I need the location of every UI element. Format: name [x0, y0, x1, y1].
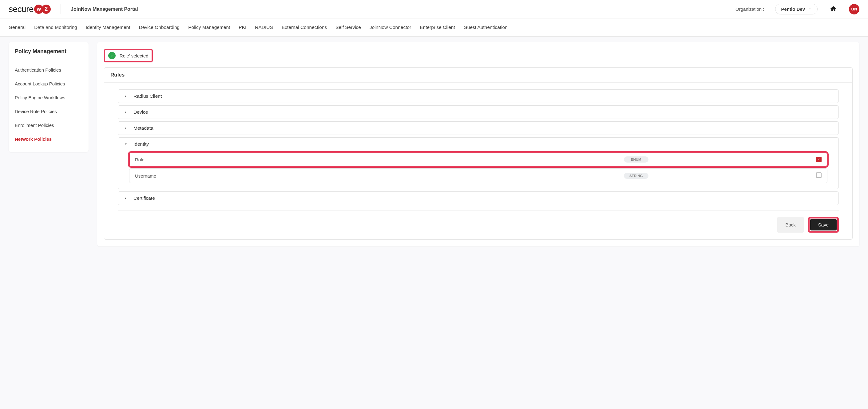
accordion-label: Radius Client: [133, 94, 162, 99]
back-button[interactable]: Back: [777, 217, 803, 233]
logo-text: secure: [9, 4, 33, 14]
chevron-right-icon: [124, 126, 127, 130]
sidebar: Policy Management Authentication Policie…: [9, 42, 89, 152]
checkbox-role[interactable]: [816, 157, 822, 162]
sidebar-item-account-lookup-policies[interactable]: Account Lookup Policies: [15, 77, 83, 91]
alert-highlight-box: 'Role' selected: [104, 49, 153, 62]
accordion-device: Device: [118, 105, 839, 119]
sidebar-item-enrollment-policies[interactable]: Enrollment Policies: [15, 118, 83, 132]
accordion-header-radius-client[interactable]: Radius Client: [118, 90, 838, 103]
success-alert: 'Role' selected: [105, 50, 152, 61]
avatar-initials: UN: [851, 7, 857, 11]
accordion-radius-client: Radius Client: [118, 90, 839, 103]
accordion-label: Metadata: [133, 125, 153, 131]
nav-radius[interactable]: RADIUS: [255, 19, 273, 36]
top-navigation: General Data and Monitoring Identity Man…: [0, 19, 868, 37]
accordion-header-device[interactable]: Device: [118, 106, 838, 118]
chevron-right-icon: [124, 196, 127, 200]
header-divider: [61, 4, 61, 14]
accordion-label: Certificate: [133, 196, 155, 201]
accordion-body-identity: Role ENUM Username STRING: [118, 150, 838, 189]
attribute-label: Role: [135, 157, 469, 162]
nav-identity-management[interactable]: Identity Management: [86, 19, 130, 36]
type-badge: ENUM: [624, 157, 648, 163]
chevron-right-icon: [124, 110, 127, 114]
success-text: 'Role' selected: [119, 53, 149, 58]
type-badge: STRING: [624, 173, 648, 179]
portal-title: JoinNow Management Portal: [71, 6, 138, 12]
sidebar-title: Policy Management: [15, 48, 83, 59]
header-bar: secure w 2 JoinNow Management Portal Org…: [0, 0, 868, 19]
accordion-label: Device: [133, 109, 148, 115]
brand-logo: secure w 2: [9, 4, 51, 14]
nav-external-connections[interactable]: External Connections: [282, 19, 327, 36]
accordion-header-certificate[interactable]: Certificate: [118, 192, 838, 205]
nav-data-monitoring[interactable]: Data and Monitoring: [34, 19, 77, 36]
nav-joinnow-connector[interactable]: JoinNow Connector: [370, 19, 411, 36]
nav-guest-authentication[interactable]: Guest Authentication: [464, 19, 508, 36]
nav-self-service[interactable]: Self Service: [336, 19, 361, 36]
logo-circle-2: 2: [41, 5, 51, 14]
save-highlight-box: Save: [808, 217, 839, 233]
save-button[interactable]: Save: [810, 219, 837, 231]
organization-selector[interactable]: Pentio Dev: [775, 4, 817, 14]
nav-pki[interactable]: PKI: [239, 19, 246, 36]
nav-policy-management[interactable]: Policy Management: [188, 19, 230, 36]
accordion-label: Identity: [133, 141, 149, 147]
chevron-down-icon: [124, 142, 127, 146]
attribute-label: Username: [135, 173, 469, 178]
main-panel: 'Role' selected Rules Radius Client Devi…: [97, 42, 859, 246]
sidebar-item-device-role-policies[interactable]: Device Role Policies: [15, 104, 83, 118]
rules-header: Rules: [104, 68, 852, 83]
footer-buttons: Back Save: [118, 210, 839, 233]
checkbox-username[interactable]: [816, 172, 822, 178]
nav-enterprise-client[interactable]: Enterprise Client: [420, 19, 455, 36]
organization-label: Organization :: [736, 6, 764, 12]
attribute-row-role: Role ENUM: [129, 152, 828, 167]
rules-panel: Rules Radius Client Device: [104, 67, 852, 240]
accordion-metadata: Metadata: [118, 122, 839, 135]
sidebar-item-network-policies[interactable]: Network Policies: [15, 132, 83, 146]
accordion-header-metadata[interactable]: Metadata: [118, 122, 838, 135]
nav-general[interactable]: General: [9, 19, 26, 36]
accordion-identity: Identity Role ENUM: [118, 137, 839, 189]
avatar[interactable]: UN: [849, 4, 859, 14]
accordion-header-identity[interactable]: Identity: [118, 138, 838, 150]
sidebar-item-authentication-policies[interactable]: Authentication Policies: [15, 63, 83, 77]
nav-device-onboarding[interactable]: Device Onboarding: [139, 19, 180, 36]
chevron-down-icon: [808, 6, 812, 12]
home-icon[interactable]: [830, 5, 837, 13]
sidebar-item-policy-engine-workflows[interactable]: Policy Engine Workflows: [15, 91, 83, 104]
check-circle-icon: [108, 52, 116, 59]
accordion-certificate: Certificate: [118, 192, 839, 205]
chevron-right-icon: [124, 94, 127, 98]
attribute-row-username: Username STRING: [129, 168, 828, 183]
organization-value: Pentio Dev: [781, 6, 805, 12]
